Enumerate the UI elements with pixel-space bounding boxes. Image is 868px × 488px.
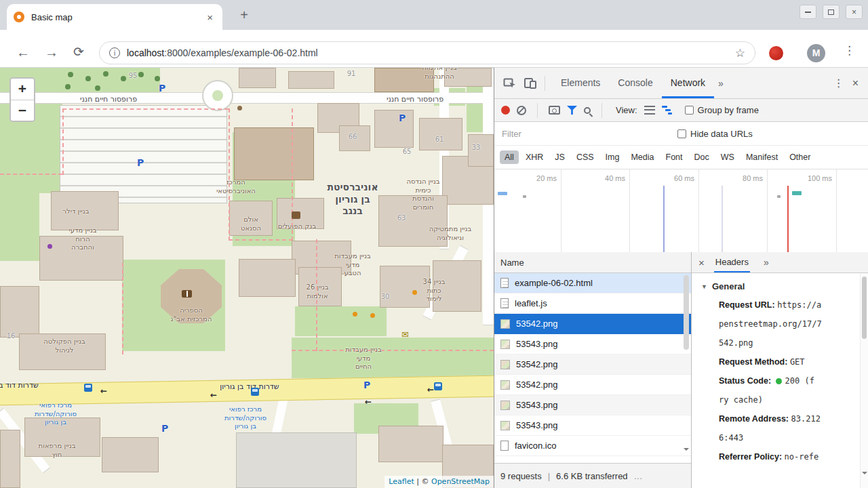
record-button[interactable] xyxy=(501,106,510,115)
request-row[interactable]: 53543.png xyxy=(494,334,691,354)
forward-button[interactable]: → xyxy=(45,45,58,60)
request-row[interactable]: favicon.ico xyxy=(494,436,691,456)
resource-filter-font[interactable]: Font xyxy=(661,150,688,164)
details-tab-bar: × Headers » xyxy=(692,252,868,273)
header-field-label: Remote Address: xyxy=(719,414,789,424)
resource-filter-doc[interactable]: Doc xyxy=(690,150,714,164)
url-text: localhost:8000/examples/example-06-02.ht… xyxy=(127,47,318,58)
browser-menu-kebab-icon[interactable]: ⋮ xyxy=(844,43,855,58)
dot-orange-icon xyxy=(353,312,357,317)
devtools-close-icon[interactable]: × xyxy=(852,77,859,89)
hide-data-urls-checkbox[interactable] xyxy=(677,129,686,138)
close-details-icon[interactable]: × xyxy=(698,257,705,268)
request-row[interactable]: 53542.png xyxy=(494,314,691,334)
file-icon xyxy=(500,441,509,451)
scroll-down-icon[interactable] xyxy=(862,472,867,477)
map-building xyxy=(234,127,314,180)
resource-filter-other[interactable]: Other xyxy=(785,150,815,164)
maximize-button[interactable] xyxy=(823,5,840,19)
request-row[interactable]: 53542.png xyxy=(494,354,691,375)
more-tabs-icon[interactable]: » xyxy=(718,78,724,89)
general-section-header[interactable]: ▼General xyxy=(692,273,861,296)
resource-filter-img[interactable]: Img xyxy=(601,150,625,164)
resource-filter-media[interactable]: Media xyxy=(626,150,658,164)
list-view-icon[interactable] xyxy=(644,106,655,115)
devtools-tab-console[interactable]: Console xyxy=(609,68,661,98)
request-list-scrollbar[interactable] xyxy=(682,273,691,456)
capture-screenshots-icon[interactable] xyxy=(549,106,560,115)
extension-icon[interactable] xyxy=(769,46,783,60)
device-toolbar-icon[interactable] xyxy=(520,73,540,94)
request-row[interactable]: example-06-02.html xyxy=(494,273,691,293)
file-icon xyxy=(500,278,509,288)
overview-bar xyxy=(777,195,781,198)
map-green-area xyxy=(295,306,387,336)
scrollbar-thumb[interactable] xyxy=(684,275,689,350)
profile-avatar[interactable]: M xyxy=(807,44,825,62)
resource-filter-manifest[interactable]: Manifest xyxy=(741,150,783,164)
name-column-header[interactable]: Name xyxy=(494,252,691,273)
bookmark-star-icon[interactable]: ☆ xyxy=(735,46,745,60)
map-label: בניין מדעי הרוח והחברה xyxy=(69,226,97,252)
more-detail-tabs-icon[interactable]: » xyxy=(764,257,769,268)
network-overview[interactable]: 20 ms40 ms60 ms80 ms100 ms xyxy=(494,169,868,253)
dot-orange-icon xyxy=(370,313,375,318)
scroll-down-icon[interactable] xyxy=(684,448,689,453)
filter-funnel-icon[interactable] xyxy=(567,106,577,115)
scrollbar-thumb[interactable] xyxy=(862,277,867,339)
zoom-out-button[interactable]: − xyxy=(11,100,34,121)
status-ellipsis: … xyxy=(634,471,643,481)
resource-filter-css[interactable]: CSS xyxy=(572,150,599,164)
devtools-tab-elements[interactable]: Elements xyxy=(552,68,609,98)
details-scrollbar[interactable] xyxy=(860,273,868,488)
arrow-icon: ← xyxy=(365,397,372,407)
window-close-button[interactable]: × xyxy=(846,5,863,19)
map-canvas[interactable]: + − Leaflet | © OpenStreetMap פרופסור חי… xyxy=(0,68,494,488)
map-label: פרופסור חיים חנני xyxy=(80,95,137,104)
request-row[interactable]: leaflet.js xyxy=(494,293,691,314)
request-row[interactable]: 53543.png xyxy=(494,415,691,436)
tab-headers[interactable]: Headers xyxy=(714,252,750,272)
tab-close-icon[interactable]: × xyxy=(204,12,216,23)
devtools-menu-kebab-icon[interactable]: ⋮ xyxy=(833,77,844,89)
inspect-element-icon[interactable] xyxy=(500,73,520,94)
browser-tab[interactable]: Basic map × xyxy=(7,4,222,30)
page-info-icon[interactable]: i xyxy=(109,47,120,58)
request-row[interactable]: 53542.png xyxy=(494,375,691,395)
request-row[interactable]: 53543.png xyxy=(494,395,691,415)
tree-icon xyxy=(121,76,126,81)
reload-button[interactable]: ⟳ xyxy=(73,44,84,60)
bus-icon xyxy=(84,384,92,392)
osm-link[interactable]: OpenStreetMap xyxy=(431,477,490,486)
resource-filter-js[interactable]: JS xyxy=(550,150,570,164)
devtools-tab-network[interactable]: Network xyxy=(662,68,714,98)
resource-filter-xhr[interactable]: XHR xyxy=(521,150,548,164)
minimize-button[interactable] xyxy=(800,5,816,19)
map-green-area xyxy=(292,338,494,378)
leaflet-link[interactable]: Leaflet xyxy=(389,477,414,486)
back-button[interactable]: ← xyxy=(16,45,30,60)
waterfall-view-icon[interactable] xyxy=(662,106,673,115)
minimize-icon xyxy=(805,12,811,13)
map-label: שדרות דוד בן xyxy=(0,381,39,390)
map-label: בניין דילר xyxy=(62,207,89,216)
filter-input[interactable] xyxy=(500,128,663,140)
request-count: 9 requests xyxy=(500,471,542,481)
group-by-frame-checkbox[interactable] xyxy=(685,106,694,115)
timeline-tick-label: 100 ms xyxy=(772,174,832,182)
headers-content: ▼General Request URL: https://a penstree… xyxy=(692,273,861,488)
address-bar[interactable]: i localhost:8000/examples/example-06-02.… xyxy=(99,41,755,64)
resource-filter-ws[interactable]: WS xyxy=(716,150,739,164)
map-label: בניין אולמות ההתנהגות xyxy=(422,68,456,81)
map-label: פרופסור חיים חנני xyxy=(387,95,443,104)
zoom-in-button[interactable]: + xyxy=(11,79,34,100)
clear-button[interactable] xyxy=(517,106,526,115)
map-parking-lot xyxy=(60,105,227,203)
search-icon[interactable] xyxy=(584,107,591,114)
new-tab-button[interactable]: + xyxy=(235,6,254,25)
resource-filter-all[interactable]: All xyxy=(500,150,519,164)
map-label: אוניברסיטת בן גוריון בנגב xyxy=(327,182,378,218)
parking-icon: P xyxy=(399,113,406,123)
url-host: localhost xyxy=(127,47,164,58)
tab-favicon-icon xyxy=(14,12,24,22)
